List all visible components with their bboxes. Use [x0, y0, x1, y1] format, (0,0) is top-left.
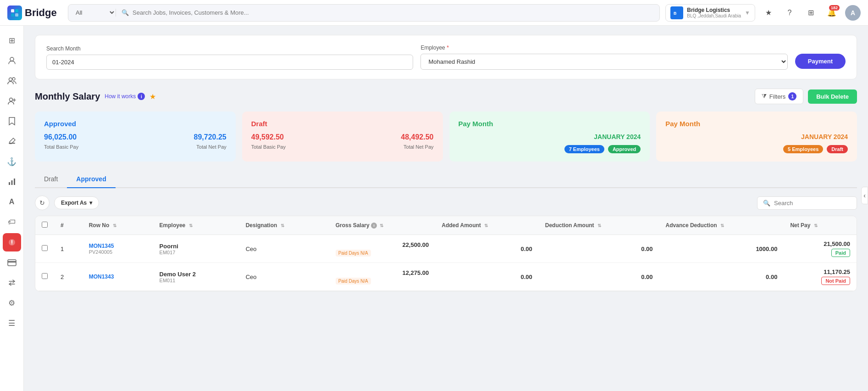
draft-net-label: Total Net Pay: [404, 144, 433, 150]
search-filter-select[interactable]: All Jobs Invoices Customers: [74, 9, 116, 17]
svg-rect-15: [14, 179, 15, 185]
approved-label: Approved: [44, 120, 227, 128]
company-info: Bridge Logistics BLQ ,Jeddah,Saudi Arabi…: [687, 7, 741, 18]
sidebar-item-transfer[interactable]: [3, 274, 21, 292]
row2-gross-cell: 12,275.00 Paid Days N/A: [329, 263, 436, 291]
payment-btn-wrapper: Payment: [795, 54, 846, 70]
table-search-wrapper[interactable]: 🔍: [757, 196, 857, 210]
search-month-input[interactable]: [46, 55, 413, 70]
svg-text:B: B: [674, 11, 677, 16]
favorites-button[interactable]: ★: [761, 5, 776, 21]
row1-checkbox[interactable]: [42, 245, 48, 251]
row2-checkbox-cell: [35, 263, 54, 291]
filters-button[interactable]: ⧩ Filters 1: [755, 89, 803, 104]
row2-net-pay-cell: 11,170.25 Not Paid: [784, 263, 857, 291]
sidebar-item-add-person[interactable]: [3, 92, 21, 110]
approved-net-label: Total Net Pay: [196, 144, 226, 150]
logo-area: Bridge: [7, 6, 62, 20]
pay-month-draft-tag: Draft: [827, 145, 848, 153]
sidebar-item-people[interactable]: [3, 72, 21, 90]
col-row-no: Row No ⇅: [83, 216, 153, 235]
draft-net-pay: 48,492.50: [401, 133, 433, 141]
row2-emp-code: EM011: [160, 278, 233, 283]
row2-employee-cell: Demo User 2 EM011: [153, 263, 239, 291]
select-all-checkbox[interactable]: [42, 222, 48, 228]
pay-month-orange-label: Pay Month: [665, 120, 848, 128]
star-favorite-icon[interactable]: ★: [149, 92, 156, 101]
avatar[interactable]: A: [845, 5, 861, 21]
approved-basic-pay: 96,025.00: [44, 133, 77, 141]
sidebar-item-menu[interactable]: ☰: [3, 314, 21, 332]
table-row: 1 MON1345 PV240005 Poorni EM017 Ceo 22,5…: [35, 235, 857, 263]
pay-month-draft-card: Pay Month JANUARY 2024 5 Employees Draft: [656, 112, 857, 162]
row2-checkbox[interactable]: [42, 273, 48, 279]
row2-id[interactable]: MON1343: [89, 274, 147, 280]
payment-button[interactable]: Payment: [795, 54, 846, 69]
layout: ⊞ ⚓ A 🏷 ⚙ ☰: [0, 26, 868, 391]
row1-emp-code: EM017: [160, 250, 233, 255]
refresh-button[interactable]: ↻: [35, 196, 50, 210]
row1-deduction-amount: 0.00: [539, 235, 659, 263]
approved-amounts: 96,025.00 89,720.25: [44, 133, 227, 141]
sidebar-item-font[interactable]: A: [3, 193, 21, 211]
approved-sublabels: Total Basic Pay Total Net Pay: [44, 144, 227, 150]
export-button[interactable]: Export As ▾: [54, 196, 99, 209]
sidebar-item-edit[interactable]: [3, 132, 21, 151]
row2-net-pay: 11,170.25: [790, 268, 850, 275]
apps-button[interactable]: ⊞: [803, 5, 818, 21]
table-body: 1 MON1345 PV240005 Poorni EM017 Ceo 22,5…: [35, 235, 857, 291]
pay-month-green-month: JANUARY 2024: [459, 133, 641, 140]
employee-label: Employee *: [420, 45, 787, 51]
sidebar-item-chart[interactable]: [3, 173, 21, 191]
pay-month-orange-tags: 5 Employees Draft: [665, 145, 848, 153]
search-month-group: Search Month: [46, 45, 413, 70]
row2-designation: Ceo: [239, 263, 329, 291]
salary-table: # Row No ⇅ Employee ⇅ Designation ⇅ Gros…: [35, 216, 857, 291]
row1-id[interactable]: MON1345: [89, 243, 147, 249]
row1-employee-cell: Poorni EM017: [153, 235, 239, 263]
row1-gross-salary: 22,500.00: [336, 241, 429, 248]
notifications-button[interactable]: 🔔 182: [824, 5, 840, 21]
tab-approved[interactable]: Approved: [67, 171, 115, 188]
svg-point-9: [9, 98, 12, 101]
sidebar-item-grid[interactable]: ⊞: [3, 31, 21, 50]
row1-designation: Ceo: [239, 235, 329, 263]
company-selector[interactable]: B Bridge Logistics BLQ ,Jeddah,Saudi Ara…: [665, 4, 755, 22]
company-name: Bridge Logistics: [687, 7, 741, 13]
sidebar-item-bookmark[interactable]: [3, 112, 21, 130]
table-row: 2 MON1343 Demo User 2 EM011 Ceo 12,275.0…: [35, 263, 857, 291]
how-it-works-link[interactable]: How it works i: [105, 93, 145, 100]
notif-count: 182: [829, 5, 840, 11]
topnav: Bridge All Jobs Invoices Customers 🔍 B B…: [0, 0, 868, 26]
global-search-input[interactable]: [133, 9, 654, 16]
sidebar-item-anchor[interactable]: ⚓: [3, 152, 21, 171]
required-mark: *: [447, 45, 449, 51]
search-month-label: Search Month: [46, 45, 413, 52]
pay-month-approved-tag: Approved: [608, 145, 641, 153]
pay-month-orange-month: JANUARY 2024: [665, 133, 848, 140]
sidebar-item-settings[interactable]: ⚙: [3, 294, 21, 312]
nav-right: B Bridge Logistics BLQ ,Jeddah,Saudi Ara…: [665, 4, 861, 22]
sidebar-item-card[interactable]: [3, 253, 21, 272]
export-label: Export As: [61, 200, 87, 206]
draft-sublabels: Total Basic Pay Total Net Pay: [251, 144, 434, 150]
sidebar: ⊞ ⚓ A 🏷 ⚙ ☰: [0, 26, 24, 391]
global-search-bar[interactable]: All Jobs Invoices Customers 🔍: [68, 4, 660, 22]
export-chevron-icon: ▾: [89, 200, 92, 206]
filter-row: Search Month Employee * Mohamed Rashid A…: [46, 45, 846, 70]
table-left-controls: ↻ Export As ▾: [35, 196, 99, 210]
collapse-handle[interactable]: ‹: [861, 187, 868, 204]
tab-draft[interactable]: Draft: [35, 171, 67, 188]
row2-paid-days: Paid Days N/A: [336, 278, 371, 285]
draft-basic-pay: 49,592.50: [251, 133, 284, 141]
row1-added-amount: 0.00: [435, 235, 538, 263]
help-button[interactable]: ?: [782, 5, 797, 21]
bulk-delete-button[interactable]: Bulk Delete: [808, 89, 857, 104]
sidebar-item-tag[interactable]: 🏷: [3, 213, 21, 231]
sidebar-item-person[interactable]: [3, 51, 21, 70]
sidebar-item-alert[interactable]: [3, 233, 21, 251]
row2-status-badge: Not Paid: [821, 277, 850, 285]
employee-select[interactable]: Mohamed Rashid All Employees: [420, 54, 787, 70]
table-search-input[interactable]: [774, 200, 851, 207]
company-logo: B: [670, 6, 683, 19]
